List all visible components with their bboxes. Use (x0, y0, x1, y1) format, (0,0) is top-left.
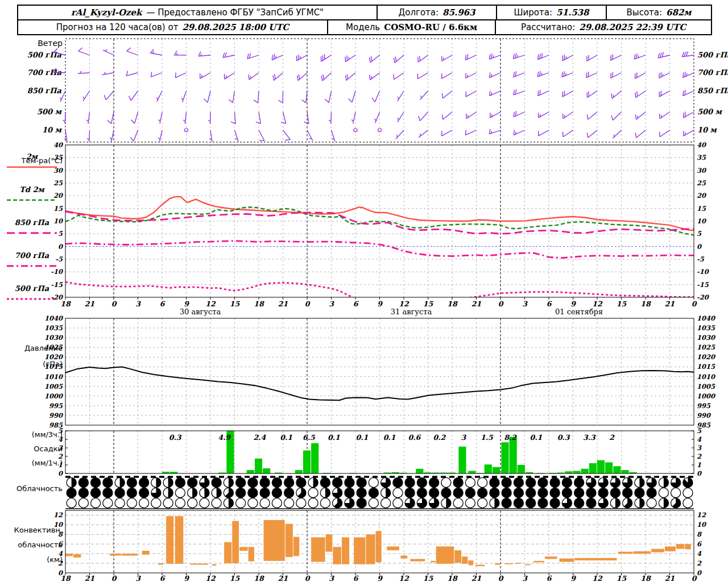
cloud-cover-icon (308, 488, 318, 497)
hour-label: 12 (399, 300, 410, 308)
hour-label-bottom: 0 (111, 574, 117, 582)
precip-sum-label: 0.1 (280, 433, 292, 442)
hour-label: 0 (111, 300, 117, 308)
wind-barb-icon (466, 114, 467, 119)
wind-barb-icon (489, 130, 500, 134)
wind-level-label-right: 500 гПа (697, 51, 728, 59)
wind-barb-icon (514, 54, 515, 59)
wind-barb-icon (442, 91, 452, 98)
cloud-cover-fill (446, 498, 451, 508)
wind-barb-icon (394, 58, 395, 63)
wind-barb-icon (247, 54, 249, 59)
wind-barb-icon (204, 99, 207, 102)
cloud-cover-fill (260, 488, 269, 497)
wind-barb-icon (259, 130, 264, 141)
hour-label-bottom: 9 (184, 574, 189, 582)
wind-barb-icon (661, 72, 661, 77)
temp-tick-left: 10 (53, 217, 64, 225)
convective-cloud-bar (366, 534, 375, 564)
wind-barb-icon (493, 55, 494, 57)
precip-sum-label: 0.6 (408, 433, 421, 442)
cloud-cover-fill (490, 478, 499, 487)
wind-barb-icon (540, 71, 541, 76)
date-label: 31 августа (391, 307, 432, 316)
cloud-cover-fill (417, 478, 427, 487)
conv-tick-right: 10 (697, 521, 707, 529)
wind-barb-icon (225, 52, 226, 57)
precip-tick-right: 3 (697, 444, 702, 452)
wind-barb-icon (611, 73, 611, 78)
precip-bar (581, 469, 589, 473)
cloud-cover-icon (308, 498, 318, 508)
wind-barb-icon (249, 74, 249, 80)
wind-barb-icon (332, 130, 335, 142)
wind-barb-icon (223, 53, 225, 58)
cloud-cover-fill (514, 478, 523, 487)
wind-barb-icon (134, 130, 138, 141)
wind-barb-icon (489, 55, 500, 59)
cloud-cover-icon (248, 498, 258, 508)
wind-barb-icon (541, 53, 542, 58)
wind-barb-icon (587, 132, 588, 138)
convective-cloud-bar (375, 531, 381, 562)
cloud-cover-icon (103, 498, 113, 508)
cloud-cover-fill (272, 478, 282, 487)
precip-tick-right: 2 (697, 452, 702, 460)
wind-barb-icon (538, 55, 549, 60)
wind-barb-icon (131, 120, 134, 124)
wind-barb-icon (396, 135, 397, 137)
wind-barb-icon (683, 73, 694, 78)
temp-tick-left: 35 (53, 153, 63, 161)
wind-barb-icon (613, 95, 614, 97)
wind-barb-icon (611, 55, 611, 60)
wind-barb-icon (442, 73, 452, 78)
cloud-cover-fill (635, 488, 644, 497)
wind-barb-icon (421, 95, 421, 98)
cloud-cover-icon (320, 498, 330, 508)
wind-barb-icon (175, 73, 176, 78)
cloud-cover-fill (91, 478, 100, 487)
cloud-cover-fill (664, 477, 669, 487)
wind-barb-icon (420, 112, 428, 121)
hour-label: 18 (60, 300, 71, 308)
cloud-cover-icon (453, 498, 463, 508)
precip-bar (303, 451, 311, 474)
cloud-cover-fill (79, 488, 88, 497)
wind-barb-icon (540, 90, 540, 95)
cloud-cover-fill (176, 478, 185, 487)
wind-barb-icon (151, 72, 152, 77)
temp-tick-right: 10 (697, 217, 707, 225)
wind-barb-icon (586, 73, 597, 78)
cloud-cover-fill (345, 488, 354, 497)
wind-barb-icon (353, 112, 355, 124)
hour-label: 9 (184, 300, 189, 308)
cloud-cover-fill (236, 488, 245, 497)
meteogram-canvas: 500 гПа500 гПа700 гПа700 гПа850 гПа850 г… (0, 0, 728, 582)
wind-barb-icon (175, 73, 186, 78)
conv-tick-left: 6 (58, 540, 64, 548)
wind-barb-icon (465, 130, 476, 135)
wind-barb-icon (562, 73, 573, 77)
hour-label: 18 (640, 300, 651, 308)
wind-barb-icon (658, 53, 660, 58)
cloud-cover-fill (260, 478, 269, 487)
convective-cloud-bar (515, 563, 521, 564)
wind-barb-icon (223, 55, 235, 57)
hour-label-bottom: 21 (85, 574, 95, 582)
wind-level-label-left: 10 м (42, 126, 63, 134)
wind-barb-icon (254, 100, 258, 103)
precip-tick-left: 5 (58, 427, 63, 435)
cloud-cover-icon (284, 498, 294, 508)
wind-barb-icon (331, 112, 332, 124)
hour-label-bottom: 6 (353, 574, 359, 582)
precip-sum-label: 1.5 (481, 433, 494, 442)
hour-label: 15 (230, 300, 241, 308)
wind-barb-icon (302, 100, 306, 103)
wind-barb-icon (127, 48, 131, 51)
wind-barb-icon (375, 112, 380, 123)
convective-cloud-bar (495, 563, 500, 565)
pressure-tick-left: 1005 (44, 383, 63, 390)
conv-tick-right: 6 (697, 540, 702, 548)
wind-barb-icon (60, 98, 61, 100)
temp-tick-right: 25 (697, 179, 706, 187)
